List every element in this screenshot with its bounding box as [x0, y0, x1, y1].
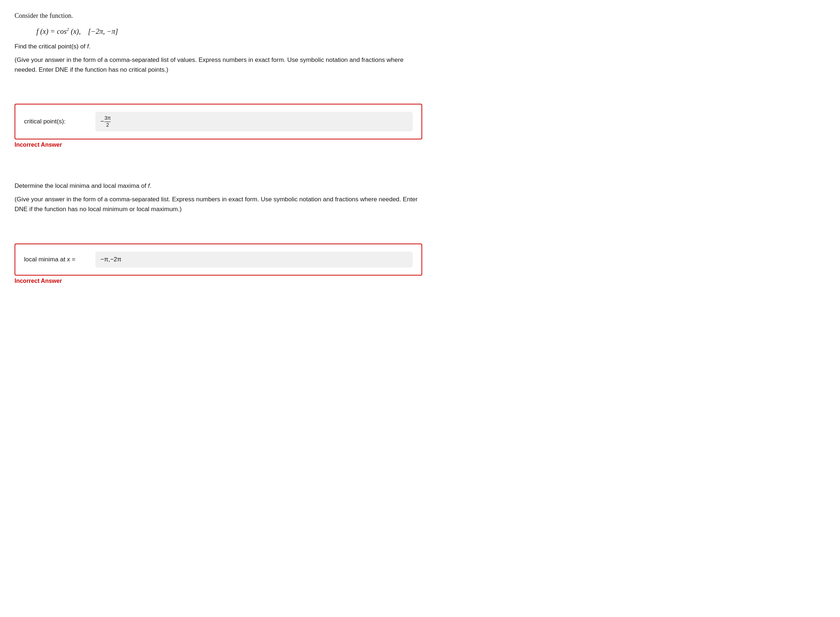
fraction-denominator: 2 — [106, 122, 110, 128]
answer-box-1: critical point(s): − 3π 2 — [15, 104, 422, 139]
fraction-3pi-2: 3π 2 — [105, 115, 111, 128]
answer2-input[interactable]: −π,−2π — [95, 251, 413, 267]
formula-display: f (x) = cos2 (x), [−2π, −π] — [36, 27, 422, 36]
question2: Determine the local minima and local max… — [15, 181, 422, 191]
incorrect-answer-2: Incorrect Answer — [15, 278, 422, 284]
answer2-value: −π,−2π — [100, 256, 122, 263]
fraction-numerator: 3π — [105, 115, 111, 122]
incorrect-answer-1: Incorrect Answer — [15, 142, 422, 148]
answer2-label: local minima at x = — [24, 256, 90, 263]
question1: Find the critical point(s) of f. — [15, 41, 422, 51]
instruction2: (Give your answer in the form of a comma… — [15, 194, 422, 214]
answer1-input[interactable]: − 3π 2 — [95, 112, 413, 131]
answer-box-2: local minima at x = −π,−2π — [15, 244, 422, 276]
answer1-label: critical point(s): — [24, 118, 90, 125]
instruction1: (Give your answer in the form of a comma… — [15, 55, 422, 75]
intro-text: Consider the function. — [15, 11, 422, 21]
